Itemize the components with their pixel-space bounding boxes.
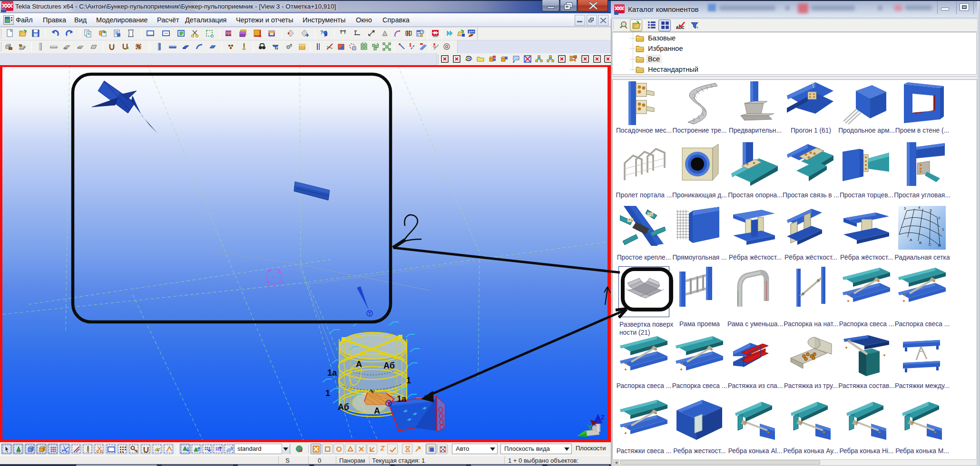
- svg-text:xyz: xyz: [226, 31, 232, 35]
- svg-text:2: 2: [938, 216, 941, 220]
- svg-text:1а: 1а: [397, 394, 407, 404]
- svg-text:4: 4: [918, 206, 921, 210]
- svg-text:Z: Z: [601, 414, 605, 421]
- svg-text:1: 1: [325, 388, 330, 398]
- svg-text:D: D: [938, 243, 941, 248]
- svg-text:1: 1: [406, 376, 411, 385]
- svg-text:1а: 1а: [327, 368, 337, 378]
- svg-text:Аб: Аб: [338, 402, 349, 412]
- svg-text:Аб: Аб: [383, 361, 395, 370]
- svg-text:C: C: [929, 243, 931, 247]
- svg-text:1: 1: [942, 227, 944, 232]
- svg-text:5: 5: [904, 206, 906, 211]
- svg-text:А: А: [356, 359, 362, 369]
- svg-text:3: 3: [930, 208, 932, 213]
- svg-text:A: A: [910, 238, 912, 242]
- svg-text:B: B: [919, 241, 921, 245]
- svg-text:?: ?: [320, 29, 323, 35]
- svg-text:А: А: [374, 406, 380, 416]
